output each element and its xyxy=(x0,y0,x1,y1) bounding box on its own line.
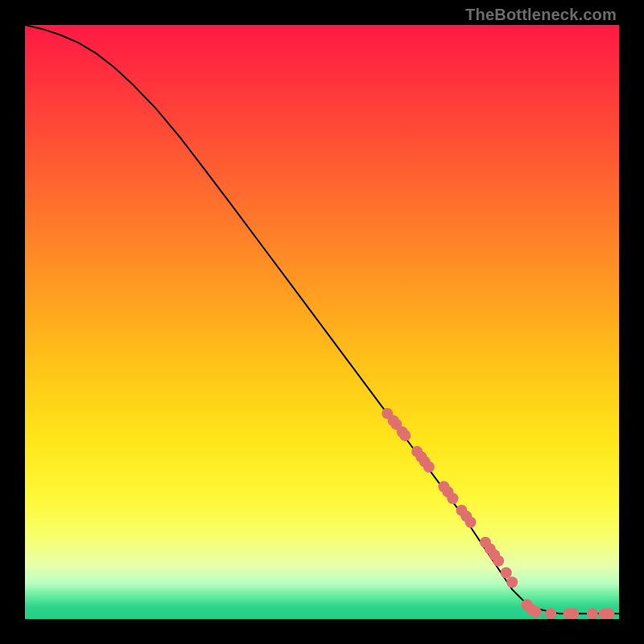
marker-dot xyxy=(493,555,504,567)
marker-dot xyxy=(603,608,614,619)
marker-dot xyxy=(506,576,518,588)
marker-dot xyxy=(501,567,512,578)
watermark-label: TheBottleneck.com xyxy=(465,6,617,23)
marker-dot xyxy=(568,608,579,619)
marker-dot xyxy=(423,461,435,473)
plot-area xyxy=(25,25,619,619)
marker-dot xyxy=(587,608,598,619)
marker-dot xyxy=(399,430,411,441)
chart-stage: TheBottleneck.com xyxy=(0,0,644,644)
curve-line xyxy=(25,25,619,613)
marker-dot xyxy=(447,493,458,504)
marker-dot xyxy=(545,608,556,619)
chart-svg xyxy=(25,25,619,619)
marker-dot xyxy=(465,517,477,528)
marker-dot xyxy=(530,606,542,617)
